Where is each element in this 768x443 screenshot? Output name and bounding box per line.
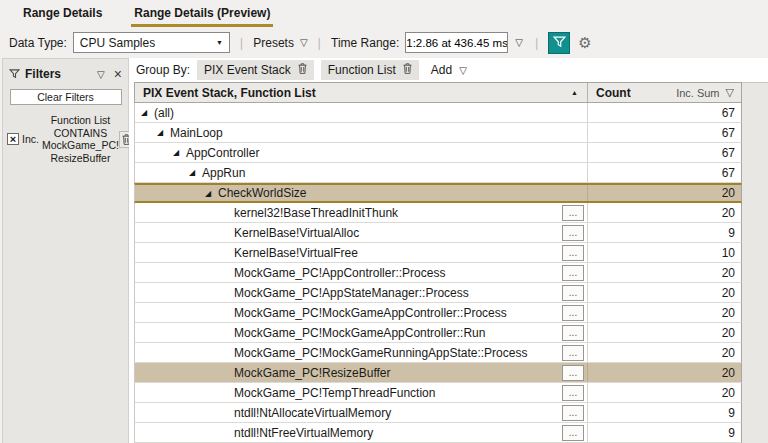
table-header: PIX Event Stack, Function List ▲ Count I… [134,82,742,103]
table-row[interactable]: MockGame_PC!MockGameRunningAppState::Pro… [134,343,742,363]
toolbar-separator: | [535,35,538,50]
row-label: AppController [186,146,259,160]
add-group-by-button[interactable]: Add ▽ [431,63,467,77]
table-row[interactable]: ntdll!NtAllocateVirtualMemory...9 [134,403,742,423]
row-name-cell: MockGame_PC!MockGameRunningAppState::Pro… [135,343,588,362]
row-count-cell: 20 [588,383,741,402]
filter-enabled-checkbox[interactable]: × [7,133,19,145]
delete-chip-icon[interactable] [403,63,412,77]
row-label: ntdll!NtFreeVirtualMemory [234,426,373,440]
row-count-cell: 20 [588,203,741,222]
expander-icon[interactable]: ◢ [173,148,186,157]
data-type-value: CPU Samples [80,36,216,50]
tab-range-details-preview[interactable]: Range Details (Preview) [131,1,273,27]
row-details-button[interactable]: ... [562,285,584,301]
row-label: MockGame_PC!TempThreadFunction [234,386,435,400]
table-row[interactable]: MockGame_PC!MockGameAppController::Run..… [134,323,742,343]
table-row[interactable]: kernel32!BaseThreadInitThunk...20 [134,203,742,223]
table-row[interactable]: ntdll!NtFreeVirtualMemory...9 [134,423,742,443]
filters-dropdown-icon[interactable]: ▽ [97,69,105,80]
settings-gear-icon[interactable]: ⚙ [578,35,591,50]
table-row[interactable]: KernelBase!VirtualFree...10 [134,243,742,263]
row-count-cell: 67 [588,123,741,142]
expander-icon[interactable]: ◢ [189,168,202,177]
column-header-count[interactable]: Count Inc. Sum ▽ [588,83,741,102]
row-name-cell: MockGame_PC!ResizeBuffer... [135,363,588,382]
row-name-cell: KernelBase!VirtualFree... [135,243,588,262]
table-row[interactable]: ◢(all)67 [134,103,742,123]
row-name-cell: ◢(all) [135,103,588,122]
filters-close-icon[interactable]: × [114,69,122,79]
group-by-chip-function-list[interactable]: Function List [321,60,419,80]
scrollbar-track[interactable] [742,82,768,443]
filter-line: CONTAINS [42,127,119,140]
table-row[interactable]: MockGame_PC!TempThreadFunction...20 [134,383,742,403]
table-row[interactable]: MockGame_PC!AppController::Process...20 [134,263,742,283]
table-row[interactable]: MockGame_PC!AppStateManager::Process...2… [134,283,742,303]
table-row[interactable]: KernelBase!VirtualAlloc...9 [134,223,742,243]
table-body: ◢(all)67◢MainLoop67◢AppController67◢AppR… [134,103,742,443]
row-details-button[interactable]: ... [562,365,584,381]
time-range-input[interactable] [405,32,508,53]
row-name-cell: ntdll!NtAllocateVirtualMemory... [135,403,588,422]
expander-icon[interactable]: ◢ [205,189,218,198]
filter-description: Function List CONTAINS MockGame_PC! Resi… [42,114,119,164]
tab-bar: Range Details Range Details (Preview) [0,0,768,27]
row-label: KernelBase!VirtualFree [234,246,358,260]
aggregation-selector[interactable]: Inc. Sum ▽ [676,86,734,99]
row-label: MockGame_PC!ResizeBuffer [234,366,391,380]
row-details-button[interactable]: ... [562,265,584,281]
time-range-dropdown-icon[interactable]: ▽ [515,37,523,48]
row-label: AppRun [202,166,245,180]
row-details-button[interactable]: ... [562,205,584,221]
table-row[interactable]: MockGame_PC!MockGameAppController::Proce… [134,303,742,323]
chip-label: Function List [328,63,396,77]
column-header-event-stack[interactable]: PIX Event Stack, Function List ▲ [135,83,588,102]
data-type-label: Data Type: [9,36,67,50]
table-row[interactable]: MockGame_PC!ResizeBuffer...20 [134,363,742,383]
toolbar: Data Type: CPU Samples ▼ | Presets ▽ | T… [0,27,768,58]
row-name-cell: MockGame_PC!AppStateManager::Process... [135,283,588,302]
samples-table: PIX Event Stack, Function List ▲ Count I… [134,82,742,443]
presets-button[interactable]: Presets ▽ [253,36,307,50]
clear-filters-button[interactable]: Clear Filters [10,89,122,105]
row-details-button[interactable]: ... [562,385,584,401]
row-count-cell: 20 [588,263,741,282]
table-row[interactable]: ◢AppController67 [134,143,742,163]
row-details-button[interactable]: ... [562,345,584,361]
row-count-cell: 20 [588,283,741,302]
filter-toggle-button[interactable] [548,32,570,54]
row-details-button[interactable]: ... [562,305,584,321]
tab-range-details[interactable]: Range Details [20,1,105,27]
dropdown-icon: ▽ [300,37,308,48]
row-label: MainLoop [170,126,223,140]
column-header-label: PIX Event Stack, Function List [143,86,316,100]
row-label: MockGame_PC!AppController::Process [234,266,445,280]
row-name-cell: ◢CheckWorldSize [135,185,588,201]
table-row[interactable]: ◢CheckWorldSize20 [134,183,742,203]
group-by-bar: Group By: PIX Event Stack Function List … [129,58,768,82]
row-label: MockGame_PC!MockGameRunningAppState::Pro… [234,346,527,360]
table-row[interactable]: ◢AppRun67 [134,163,742,183]
table-row[interactable]: ◢MainLoop67 [134,123,742,143]
row-count-cell: 20 [588,343,741,362]
group-by-chip-pix-event-stack[interactable]: PIX Event Stack [197,60,314,80]
row-details-button[interactable]: ... [562,325,584,341]
row-count-cell: 20 [588,363,741,382]
data-type-select[interactable]: CPU Samples ▼ [73,32,230,53]
row-name-cell: ◢AppController [135,143,588,162]
row-details-button[interactable]: ... [562,225,584,241]
expander-icon[interactable]: ◢ [141,108,154,117]
row-count-cell: 9 [588,223,741,242]
filters-panel-header: Filters ▽ × [5,63,126,89]
row-details-button[interactable]: ... [562,425,584,441]
pix-range-details-screen: Range Details Range Details (Preview) Da… [0,0,768,443]
expander-icon[interactable]: ◢ [157,128,170,137]
row-details-button[interactable]: ... [562,405,584,421]
delete-chip-icon[interactable] [298,63,307,77]
row-details-button[interactable]: ... [562,245,584,261]
row-label: ntdll!NtAllocateVirtualMemory [234,406,391,420]
funnel-icon [9,65,20,83]
row-count-cell: 67 [588,163,741,182]
aggregation-label: Inc. Sum [676,87,719,99]
